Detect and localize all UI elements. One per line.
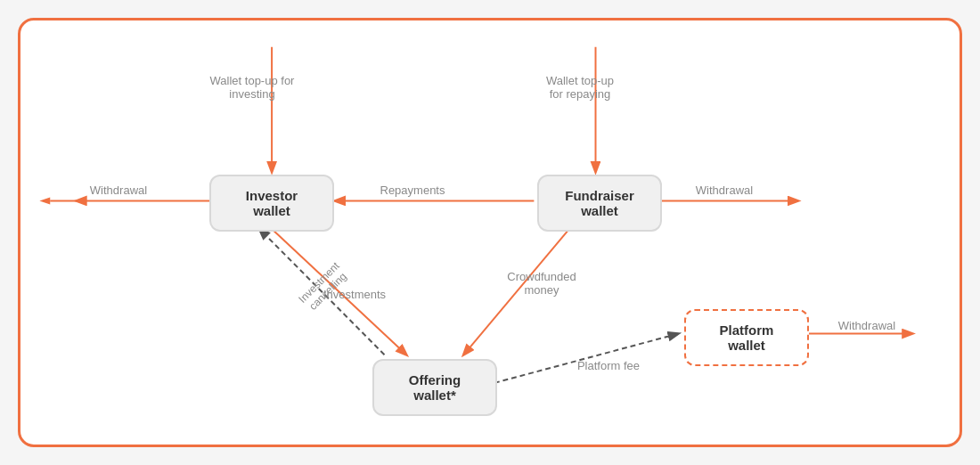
label-withdrawal-left: Withdrawal [74,184,163,197]
label-withdrawal-fundraiser: Withdrawal [680,184,769,197]
label-crowdfunded-money: Crowdfundedmoney [493,270,591,297]
label-investments: Investments [314,288,395,301]
investor-wallet: Investor wallet [209,175,334,232]
label-topup-repaying: Wallet top-upfor repaying [527,74,633,101]
label-platform-fee: Platform fee [564,359,653,372]
offering-wallet-label: Offeringwallet* [409,372,461,403]
diagram-container: Investor wallet Fundraiserwallet Offerin… [18,18,962,447]
platform-wallet: Platformwallet [684,309,809,366]
label-topup-investing: Wallet top-up for investing [199,74,306,101]
label-withdrawal-platform: Withdrawal [822,319,911,332]
investor-wallet-label: Investor wallet [246,188,298,218]
label-repayments: Repayments [368,184,457,197]
offering-wallet: Offeringwallet* [372,359,497,416]
fundraiser-wallet: Fundraiserwallet [537,175,662,232]
fundraiser-wallet-label: Fundraiserwallet [565,188,634,218]
platform-wallet-label: Platformwallet [720,322,774,353]
label-investment-cancelling: Investmentcancelling [283,247,364,328]
svg-marker-11 [39,197,50,204]
